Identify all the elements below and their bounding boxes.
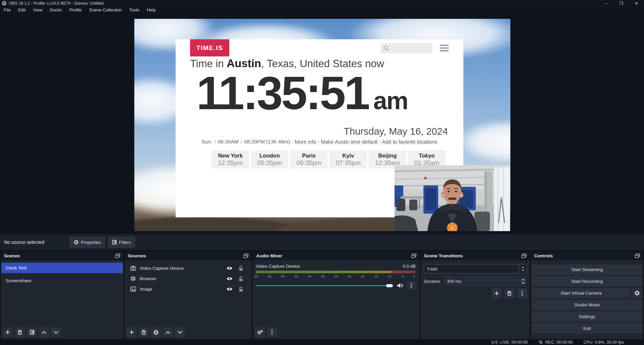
source-item-video-capture[interactable]: Video Capture Device xyxy=(125,263,252,273)
scene-item-clock-test[interactable]: Clock Test xyxy=(1,263,123,273)
move-source-up-button[interactable] xyxy=(163,327,173,337)
minimize-button[interactable]: – xyxy=(599,0,614,6)
visibility-eye-icon[interactable] xyxy=(226,266,233,270)
maximize-button[interactable]: ❐ xyxy=(614,0,629,6)
menu-docks[interactable]: Docks xyxy=(46,7,65,13)
webcam-video xyxy=(395,165,510,231)
source-item-browser[interactable]: Browser xyxy=(125,273,252,284)
city-london[interactable]: London 05:35pm xyxy=(251,150,288,169)
audio-mixer-panel-title: Audio Mixer xyxy=(256,253,282,258)
visibility-eye-icon[interactable] xyxy=(226,287,233,291)
popout-icon[interactable] xyxy=(635,254,640,258)
chevron-down-icon xyxy=(54,331,58,334)
transition-select[interactable]: Fade xyxy=(424,264,527,273)
start-streaming-button[interactable]: Start Streaming xyxy=(532,264,642,275)
scene-item-screenshare[interactable]: Screenshare xyxy=(1,275,123,286)
menu-tools[interactable]: Tools xyxy=(126,7,143,13)
city-new-york[interactable]: New York 12:35pm xyxy=(212,150,249,169)
obs-window: OBS 29.1.2 - Profile: LLHLS BETA - Scene… xyxy=(0,0,644,345)
dots-vertical-icon xyxy=(521,291,523,296)
studio-mode-button[interactable]: Studio Mode xyxy=(532,300,642,310)
remove-transition-button[interactable] xyxy=(504,288,514,298)
spinner-arrows-icon[interactable] xyxy=(521,276,525,286)
sources-panel-title: Sources xyxy=(128,253,146,258)
settings-button[interactable]: Settings xyxy=(532,311,642,322)
audio-mixer-panel: Audio Mixer Video Capture Device 0.0 dB … xyxy=(253,251,420,339)
menu-file[interactable]: File xyxy=(0,7,14,13)
volume-slider-handle[interactable] xyxy=(386,284,393,287)
close-button[interactable]: ✕ xyxy=(629,0,644,6)
lock-icon[interactable] xyxy=(239,266,243,271)
add-source-button[interactable] xyxy=(127,327,137,337)
source-toolbar: No source selected Properties xyxy=(0,234,644,250)
popout-icon[interactable] xyxy=(115,254,120,258)
menu-edit[interactable]: Edit xyxy=(14,7,29,13)
stream-inactive-icon xyxy=(492,340,498,344)
plus-icon xyxy=(129,330,134,335)
cpu-fps-stats: CPU: 0.6%, 30.00 fps xyxy=(584,340,624,345)
dots-vertical-icon xyxy=(271,330,273,335)
filters-icon xyxy=(112,240,117,245)
webcam-overlay xyxy=(395,165,510,231)
menu-view[interactable]: View xyxy=(29,7,46,13)
popout-icon[interactable] xyxy=(411,254,416,258)
mixer-menu-button[interactable] xyxy=(267,327,277,337)
popout-icon[interactable] xyxy=(243,254,248,258)
lock-icon[interactable] xyxy=(239,276,243,282)
trash-icon xyxy=(17,330,22,335)
record-inactive-icon xyxy=(539,340,543,344)
move-scene-down-button[interactable] xyxy=(51,327,61,337)
chevron-up-icon xyxy=(166,331,170,334)
chevron-up-icon xyxy=(42,331,46,334)
source-item-image[interactable]: Image xyxy=(125,284,252,294)
city-paris[interactable]: Paris 06:35pm xyxy=(290,150,328,169)
add-transition-button[interactable] xyxy=(492,288,502,298)
time-digits: 11:35:51 xyxy=(196,68,369,118)
transition-menu-button[interactable] xyxy=(517,288,527,298)
properties-button[interactable]: Properties xyxy=(70,236,105,248)
combo-chevrons-icon xyxy=(519,264,527,273)
add-favorite-link[interactable]: Add to favorite locations xyxy=(382,139,438,144)
virtual-camera-settings-button[interactable] xyxy=(632,288,642,298)
speaker-icon[interactable] xyxy=(397,283,403,288)
current-date: Thursday, May 16, 2024 xyxy=(343,126,448,137)
plus-icon xyxy=(494,291,499,296)
cloud-decoration xyxy=(457,120,510,163)
menu-bar: File Edit View Docks Profile Scene Colle… xyxy=(0,6,644,13)
preview-area[interactable]: TIME.IS Time in Austin, Texas, United St… xyxy=(0,13,644,234)
timeis-logo[interactable]: TIME.IS xyxy=(190,39,229,56)
filters-button[interactable]: Filters xyxy=(108,236,135,248)
start-virtual-camera-button[interactable]: Start Virtual Camera xyxy=(532,288,630,298)
source-properties-button[interactable] xyxy=(151,327,161,337)
lock-icon[interactable] xyxy=(239,287,243,292)
dune-decoration xyxy=(134,217,295,231)
menu-help[interactable]: Help xyxy=(143,7,159,13)
mixer-channel-menu-button[interactable] xyxy=(407,282,416,290)
visibility-eye-icon[interactable] xyxy=(226,276,233,281)
move-scene-up-button[interactable] xyxy=(39,327,49,337)
volume-slider[interactable] xyxy=(256,285,389,286)
search-icon xyxy=(383,45,389,51)
start-recording-button[interactable]: Start Recording xyxy=(532,276,642,287)
scenes-toolbar xyxy=(3,327,61,337)
remove-source-button[interactable] xyxy=(139,327,149,337)
add-scene-button[interactable] xyxy=(3,327,13,337)
program-canvas[interactable]: TIME.IS Time in Austin, Texas, United St… xyxy=(134,19,510,231)
city-kyiv[interactable]: Kyiv 07:35pm xyxy=(329,150,367,169)
transitions-toolbar xyxy=(492,288,527,298)
duration-input[interactable]: 300 ms xyxy=(443,276,527,286)
popout-icon[interactable] xyxy=(521,254,526,258)
hamburger-menu-icon[interactable] xyxy=(440,45,449,51)
more-info-link[interactable]: More info xyxy=(294,139,316,144)
gear-icon xyxy=(74,240,79,245)
remove-scene-button[interactable] xyxy=(15,327,25,337)
plus-icon xyxy=(5,330,10,335)
advanced-audio-button[interactable] xyxy=(255,327,265,337)
exit-button[interactable]: Exit xyxy=(532,323,642,334)
menu-scene-collection[interactable]: Scene Collection xyxy=(85,7,126,13)
make-default-link[interactable]: Make Austin time default xyxy=(321,139,378,144)
timeis-search-input[interactable] xyxy=(381,43,432,53)
scene-filters-button[interactable] xyxy=(27,327,37,337)
move-source-down-button[interactable] xyxy=(175,327,185,337)
menu-profile[interactable]: Profile xyxy=(65,7,85,13)
